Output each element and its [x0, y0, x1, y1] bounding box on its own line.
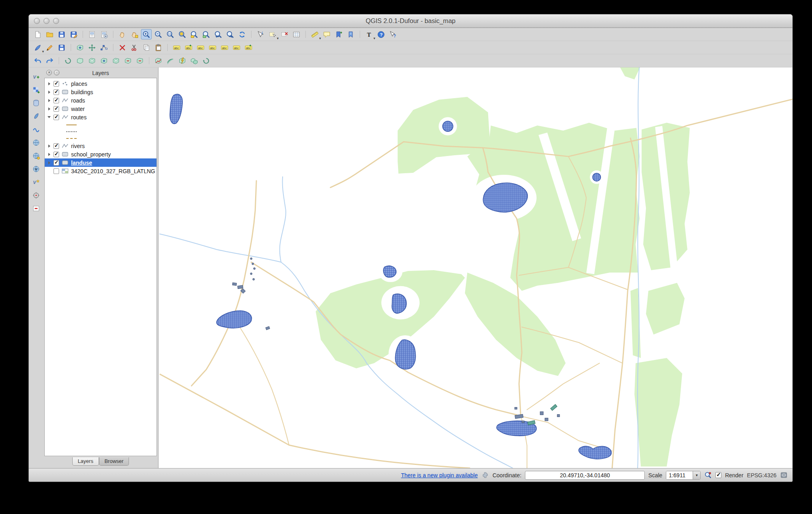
layer-roads[interactable]: roads	[45, 96, 156, 105]
maximize-button[interactable]	[53, 18, 59, 24]
save-project-button[interactable]	[56, 29, 67, 40]
node-tool-button[interactable]	[99, 42, 109, 53]
paste-features-button[interactable]	[153, 42, 164, 53]
tab-layers[interactable]: Layers	[72, 457, 99, 466]
save-layer-edits-button[interactable]	[56, 42, 67, 53]
add-raster-layer-button[interactable]	[31, 85, 42, 95]
panel-float-button[interactable]	[54, 70, 59, 75]
text-annotation-button[interactable]	[364, 29, 374, 40]
layer-places[interactable]: places	[45, 79, 156, 88]
delete-selected-button[interactable]	[117, 42, 128, 53]
layer-expander[interactable]	[47, 144, 51, 148]
layer-routes[interactable]: routes	[45, 113, 156, 121]
layer-landuse[interactable]: landuse	[45, 158, 156, 167]
render-checkbox[interactable]	[715, 472, 721, 478]
measure-button[interactable]	[309, 29, 320, 40]
save-project-as-button[interactable]	[68, 29, 79, 40]
split-features-button[interactable]	[177, 55, 188, 66]
add-postgis-layer-button[interactable]	[31, 98, 42, 108]
move-feature-button[interactable]	[87, 42, 97, 53]
add-feature-button[interactable]	[75, 42, 85, 53]
new-shapefile-button[interactable]	[31, 177, 42, 187]
layer-rivers[interactable]: rivers	[45, 142, 156, 150]
layer-expander[interactable]	[47, 82, 51, 85]
layer-3420C-raster[interactable]: 3420C_2010_327_RGB_LATLNG	[45, 167, 156, 175]
add-wms-layer-button[interactable]	[31, 137, 42, 148]
zoom-in-button[interactable]	[141, 29, 152, 40]
layer-expander[interactable]	[47, 99, 51, 102]
zoom-next-button[interactable]	[225, 29, 236, 40]
identify-button[interactable]	[255, 29, 266, 40]
fill-ring-button[interactable]	[111, 55, 121, 66]
plugin-available-link[interactable]: There is a new plugin available	[401, 472, 477, 478]
zoom-last-button[interactable]	[213, 29, 224, 40]
pan-to-selection-button[interactable]	[129, 29, 140, 40]
add-spatialite-layer-button[interactable]	[31, 111, 42, 121]
layer-expander[interactable]	[47, 107, 51, 111]
label-move-button[interactable]	[195, 42, 206, 53]
zoom-to-selection-button[interactable]	[201, 29, 212, 40]
remove-layer-button[interactable]	[31, 203, 42, 214]
scale-input[interactable]	[666, 471, 693, 479]
rotate-point-symbols-button[interactable]	[201, 55, 212, 66]
zoom-full-button[interactable]	[177, 29, 188, 40]
add-part-button[interactable]	[99, 55, 109, 66]
simplify-feature-button[interactable]	[75, 55, 85, 66]
reshape-features-button[interactable]	[153, 55, 164, 66]
coordinate-input[interactable]	[525, 471, 645, 480]
label-show-hide-button[interactable]	[231, 42, 242, 53]
layer-expander[interactable]	[47, 153, 51, 156]
tab-browser[interactable]: Browser	[99, 457, 129, 466]
current-edits-button[interactable]	[32, 42, 43, 53]
layer-expander[interactable]	[47, 116, 51, 118]
layer-visibility-checkbox[interactable]	[53, 81, 59, 87]
layer-visibility-checkbox[interactable]	[53, 106, 59, 112]
new-project-button[interactable]	[32, 29, 43, 40]
add-vector-layer-button[interactable]	[31, 71, 42, 82]
toggle-editing-button[interactable]	[44, 42, 55, 53]
scale-combo[interactable]: ▾	[666, 471, 701, 480]
delete-ring-button[interactable]	[123, 55, 133, 66]
add-wcs-layer-button[interactable]	[31, 150, 42, 161]
zoom-actual-button[interactable]	[165, 29, 176, 40]
layer-visibility-checkbox[interactable]	[53, 168, 59, 174]
routes-symbol-1[interactable]	[45, 121, 156, 128]
show-bookmarks-button[interactable]	[345, 29, 356, 40]
layer-expander[interactable]	[47, 161, 51, 164]
refresh-map-button[interactable]	[237, 29, 248, 40]
undo-button[interactable]	[32, 55, 43, 66]
add-wfs-layer-button[interactable]	[31, 164, 42, 174]
layer-visibility-checkbox[interactable]	[53, 89, 59, 95]
label-add-button[interactable]	[183, 42, 194, 53]
add-mssql-layer-button[interactable]	[31, 124, 42, 134]
layer-buildings[interactable]: buildings	[45, 88, 156, 96]
layer-visibility-checkbox[interactable]	[53, 143, 59, 149]
close-button[interactable]	[34, 18, 40, 24]
whats-this-button[interactable]	[388, 29, 398, 40]
layer-visibility-checkbox[interactable]	[53, 152, 59, 157]
merge-features-button[interactable]	[189, 55, 200, 66]
layer-visibility-checkbox[interactable]	[53, 160, 59, 166]
coordinate-capture-button[interactable]	[31, 190, 42, 200]
copy-features-button[interactable]	[141, 42, 152, 53]
deselect-features-button[interactable]	[279, 29, 290, 40]
layer-school-property[interactable]: school_property	[45, 150, 156, 158]
map-canvas[interactable]	[158, 67, 792, 468]
offset-curve-button[interactable]	[165, 55, 176, 66]
minimize-button[interactable]	[44, 18, 50, 24]
zoom-out-button[interactable]	[153, 29, 164, 40]
rotate-feature-button[interactable]	[63, 55, 73, 66]
help-button[interactable]	[376, 29, 386, 40]
panel-close-button[interactable]	[46, 70, 52, 75]
crs-status-button[interactable]	[780, 471, 788, 479]
label-pin-button[interactable]	[219, 42, 230, 53]
pan-map-button[interactable]	[117, 29, 128, 40]
layer-visibility-checkbox[interactable]	[53, 115, 59, 120]
composer-manager-button[interactable]	[99, 29, 109, 40]
routes-symbol-3[interactable]	[45, 135, 156, 142]
layer-expander[interactable]	[47, 91, 51, 94]
scale-magnifier-icon[interactable]	[704, 471, 712, 479]
labeling-button[interactable]	[171, 42, 182, 53]
cut-features-button[interactable]	[129, 42, 140, 53]
label-properties-button[interactable]	[243, 42, 254, 53]
